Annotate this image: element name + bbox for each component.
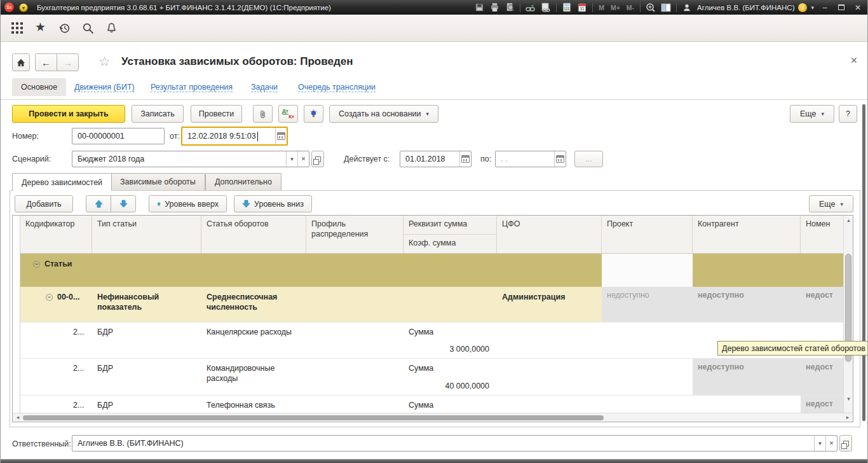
collapse-icon[interactable]: − [46,294,53,301]
post-button[interactable]: Провести [191,105,242,123]
column-header-amount-coef[interactable]: Коэф. сумма [403,235,497,253]
ellipsis-button[interactable]: ... [574,151,603,167]
memory-minus-button[interactable]: M- [625,4,636,11]
minimize-button[interactable]: – [818,3,832,12]
dt-kt-postings-button[interactable]: Дт Кт [278,105,298,123]
table-row-item[interactable]: недоступно недост 2... БДР Командировочн… [20,358,844,395]
collapse-icon[interactable]: − [33,261,40,268]
memory-plus-button[interactable]: M+ [609,4,622,11]
responsible-combobox[interactable]: Агличев В.В. (БИТ.ФИНАНС) ▾ ✕ [72,435,837,452]
table-row-item[interactable]: недост 2... БДР Телефонная связь Сумма [20,395,844,413]
zoom-icon[interactable] [644,2,657,13]
article-cell: Канцелярские расходы [201,323,303,341]
tab-main[interactable]: Основное [12,78,66,96]
close-window-button[interactable]: ✕ [851,3,865,12]
info-button[interactable]: i [798,3,807,12]
get-link-icon[interactable] [524,2,537,13]
column-header-cfo[interactable]: ЦФО [497,216,602,253]
favorites-star-icon[interactable]: ★ [35,22,46,33]
column-header-profile[interactable]: Профиль распределения [306,216,403,253]
amount-attr: Сумма [403,396,497,414]
open-icon [843,441,849,446]
history-icon[interactable] [58,22,71,34]
responsible-dropdown-icon[interactable]: ▾ [814,436,825,451]
scroll-down-icon[interactable]: ▾ [844,395,853,403]
more-button[interactable]: Еще ▾ [790,105,834,123]
effective-to-input[interactable]: . . [495,151,566,167]
scroll-up-icon[interactable]: ▴ [844,216,853,225]
calendar-picker-icon[interactable] [554,151,566,167]
maximize-button[interactable] [834,3,848,12]
table-row-group-articles[interactable]: − Статьи [20,254,844,287]
calendar-picker-icon[interactable] [459,151,471,167]
table-row-subgroup[interactable]: недоступно недоступно недост − 00-0... Н… [20,287,844,322]
write-button[interactable]: Записать [132,105,184,123]
go-to-link-icon[interactable] [539,2,552,13]
calendar-picker-icon[interactable] [275,128,287,144]
scenario-dropdown-icon[interactable]: ▾ [286,151,297,167]
print-preview-icon[interactable] [503,2,516,13]
home-button[interactable] [12,53,30,71]
column-header-article[interactable]: Статья оборотов [201,216,306,253]
grid-more-button[interactable]: Еще ▾ [809,195,853,212]
close-form-icon[interactable]: ✕ [850,55,858,66]
move-down-button[interactable] [111,195,136,212]
column-header-article-type[interactable]: Тип статьи [92,216,201,253]
info-dropdown-icon[interactable]: ▾ [810,4,815,11]
help-button[interactable]: ? [839,105,857,123]
table-horizontal-scrollbar[interactable]: ◂ ▸ [13,413,853,422]
column-header-nomenclature[interactable]: Номен [801,216,844,253]
favorite-toggle-star-icon[interactable]: ☆ [98,54,111,69]
column-header-project[interactable]: Проект [602,216,693,253]
window-menu-button[interactable]: ▾ [19,3,28,12]
responsible-open-button[interactable] [839,435,852,452]
sections-menu-icon[interactable] [11,22,23,36]
scenario-clear-icon[interactable]: ✕ [297,151,309,167]
search-icon[interactable] [82,22,94,34]
table-vertical-scrollbar[interactable]: ▴ ▾ [843,216,853,413]
column-header-codifier[interactable]: Кодификатор [20,216,92,253]
save-icon[interactable] [473,2,485,13]
tab-dependent-turnovers[interactable]: Зависимые обороты [111,173,205,190]
notifications-bell-icon[interactable] [105,22,118,34]
column-header-contractor[interactable]: Контрагент [693,216,801,253]
level-up-button[interactable]: Уровень вверх [149,195,227,212]
responsible-clear-icon[interactable]: ✕ [825,436,837,451]
post-and-close-button[interactable]: Провести и закрыть [12,105,125,123]
attachments-paperclip-button[interactable] [253,105,273,123]
explain-lightbulb-button[interactable] [304,105,323,123]
tab-dependency-tree[interactable]: Дерево зависимостей [12,173,112,191]
effective-from-input[interactable]: 01.01.2018 [400,151,471,167]
tab-movements[interactable]: Движения (БИТ) [74,83,135,92]
contractor-cell-unavailable: недоступно [693,359,801,395]
calculator-icon[interactable] [560,2,573,13]
memory-recall-button[interactable]: M [597,4,606,11]
kt-label: Кт [288,114,294,120]
move-up-button[interactable] [86,195,111,212]
column-header-amount-attr[interactable]: Реквизит сумма [403,216,497,235]
tab-additional[interactable]: Дополнительно [205,173,281,190]
scroll-left-icon[interactable]: ◂ [14,413,22,422]
split-window-icon[interactable] [660,2,672,13]
scenario-open-button[interactable] [311,151,324,167]
horizontal-scroll-thumb[interactable] [23,415,604,420]
forward-button[interactable]: → [57,53,79,71]
scroll-right-icon[interactable]: ▸ [844,413,851,422]
create-on-basis-button[interactable]: Создать на основании ▾ [329,105,438,123]
titlebar-separator [592,3,593,12]
calendar-31-icon[interactable]: 31 [576,2,588,13]
current-user-label[interactable]: Агличев В.В. (БИТ.ФИНАНС) [697,4,794,11]
print-icon[interactable] [488,2,501,13]
tab-posting-result[interactable]: Результат проведения [151,83,233,92]
scenario-combobox[interactable]: Бюджет 2018 года ▾ ✕ [72,151,309,167]
tab-tasks[interactable]: Задачи [251,83,278,92]
tab-translation-queue[interactable]: Очередь трансляции [298,83,376,92]
add-row-button[interactable]: Добавить [15,195,73,212]
level-down-button[interactable]: Уровень вниз [234,195,312,212]
number-input[interactable]: 00-00000001 [72,128,165,144]
document-date-input[interactable]: 12.02.2018 9:51:03 [181,127,288,146]
back-button[interactable]: ← [35,53,57,71]
form-scrollbar[interactable] [862,104,865,421]
project-cell-unavailable: недоступно [602,287,693,322]
effective-to-label: по: [480,155,491,163]
